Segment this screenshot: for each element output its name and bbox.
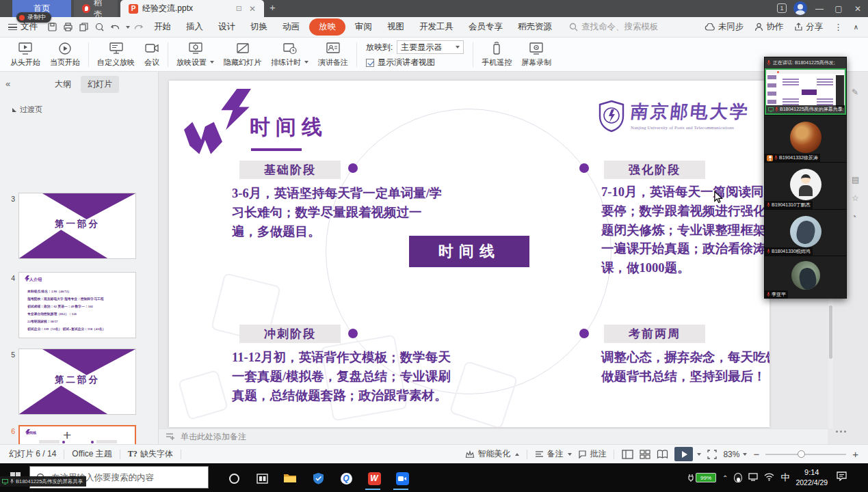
menu-item-home[interactable]: 开始 bbox=[146, 18, 179, 36]
play-options-caret[interactable] bbox=[697, 453, 701, 456]
tab-docer[interactable]: 稻壳 bbox=[74, 0, 118, 17]
timeline-center-box[interactable]: 时间线 bbox=[409, 236, 529, 267]
new-tab-button[interactable]: + bbox=[269, 1, 276, 13]
menu-item-review[interactable]: 审阅 bbox=[347, 18, 380, 36]
menu-item-design[interactable]: 设计 bbox=[211, 18, 243, 36]
close-button[interactable]: ✕ bbox=[849, 0, 867, 17]
participant-tile[interactable]: B19041332徐景涛 bbox=[765, 115, 846, 162]
slide-canvas[interactable]: 时间线 南京邮电大学 Nanjing University of Posts a… bbox=[169, 81, 770, 427]
meeting-app-icon[interactable] bbox=[394, 470, 410, 487]
qq-tray-icon[interactable] bbox=[734, 473, 742, 482]
play-from-current-button[interactable]: 当页开始 bbox=[45, 39, 85, 70]
participant-tile[interactable]: B18041330税炜鸿 bbox=[765, 209, 846, 256]
stage-body-basic[interactable]: 3-6月，英语坚持每天背一定单词量/学习长难句；数学尽量跟着视频过一遍，多做题目… bbox=[232, 184, 445, 241]
show-settings-button[interactable]: 放映设置 bbox=[172, 39, 219, 70]
stage-body-final[interactable]: 调整心态，摒弃杂念，每天吃饭睡觉做题背书总结，坚持到最后！ bbox=[601, 348, 770, 387]
minimize-button[interactable]: — bbox=[811, 0, 828, 17]
zoom-slider-knob[interactable] bbox=[798, 450, 805, 458]
tab-slides[interactable]: 幻灯片 bbox=[81, 76, 119, 93]
material-pane-icon[interactable]: ☆ bbox=[852, 193, 859, 203]
slide-thumbnail-5[interactable]: 第二部分 bbox=[18, 348, 136, 415]
undo-icon[interactable] bbox=[110, 23, 121, 32]
browser-icon[interactable]: Q bbox=[338, 470, 354, 487]
zoom-in-button[interactable]: + bbox=[852, 448, 858, 460]
reading-view-button[interactable] bbox=[657, 450, 668, 459]
menu-item-devtools[interactable]: 开发工具 bbox=[412, 18, 461, 36]
stage-header-sprint[interactable]: 冲刺阶段 bbox=[239, 325, 341, 343]
menu-item-slideshow[interactable]: 放映 bbox=[309, 18, 345, 36]
close-tab-icon[interactable]: ✕ bbox=[249, 4, 256, 14]
zoom-level[interactable]: 83% bbox=[723, 450, 747, 459]
menu-item-member[interactable]: 会员专享 bbox=[461, 18, 510, 36]
share-status-overlay[interactable]: B18041225高伟发的屏幕共享 bbox=[0, 476, 86, 487]
task-view-icon[interactable] bbox=[254, 470, 270, 487]
stage-header-basic[interactable]: 基础阶段 bbox=[239, 161, 341, 179]
comments-button[interactable]: 批注 bbox=[578, 448, 606, 460]
slide-thumbnail-3[interactable]: 第一部分 bbox=[18, 193, 136, 259]
stage-header-final[interactable]: 考前两周 bbox=[604, 325, 705, 343]
add-slide-button[interactable]: + bbox=[63, 427, 71, 443]
tab-document[interactable]: P 经验交流.pptx ⊡ ✕ bbox=[120, 0, 264, 17]
section-transition-pages[interactable]: 过渡页 bbox=[12, 105, 42, 115]
account-avatar[interactable] bbox=[793, 1, 807, 15]
notes-bar[interactable]: 单击此处添加备注 bbox=[159, 428, 828, 444]
edit-pane-icon[interactable]: ✎ bbox=[852, 87, 858, 97]
recording-badge[interactable]: 录制中 bbox=[16, 12, 51, 23]
tray-expand-icon[interactable]: ⌃ bbox=[722, 474, 728, 482]
notes-toggle-button[interactable]: 备注 bbox=[535, 448, 572, 460]
screen-record-button[interactable]: 屏幕录制 bbox=[516, 39, 556, 70]
more-menu[interactable]: ⋮ bbox=[834, 22, 843, 32]
stage-body-sprint[interactable]: 11-12月初，英语背作文模板；数学每天一套真题/模拟卷，复盘总结；专业课刷真题… bbox=[232, 348, 459, 405]
screen-share-tile[interactable]: B18041225高伟发的屏幕共享 bbox=[765, 68, 846, 115]
battery-status[interactable]: 99% bbox=[687, 473, 716, 482]
copy-icon[interactable] bbox=[79, 22, 89, 32]
slide-thumbnail-4[interactable]: 个人介绍 本科绩点/排名：2.96（40/72） 报考院校：南京邮电大学 报考专… bbox=[18, 272, 136, 338]
meeting-button[interactable]: 会议 bbox=[140, 39, 164, 70]
collapse-panel-button[interactable]: « bbox=[5, 79, 10, 89]
ime-indicator[interactable]: 中 bbox=[780, 472, 789, 484]
speaker-notes-button[interactable]: 演讲备注 bbox=[313, 39, 353, 70]
window-count-badge[interactable]: 1 bbox=[777, 3, 787, 13]
tab-outline[interactable]: 大纲 bbox=[48, 76, 78, 93]
start-slideshow-button[interactable] bbox=[674, 447, 701, 461]
sync-status[interactable]: 未同步 bbox=[705, 21, 744, 33]
collaborate-button[interactable]: 协作 bbox=[754, 21, 783, 33]
missing-font-button[interactable]: 缺失字体 bbox=[140, 448, 173, 460]
phone-remote-button[interactable]: 手机遥控 bbox=[477, 39, 516, 70]
notification-center-icon[interactable] bbox=[837, 472, 847, 484]
presenter-view-checkbox[interactable]: 显示演讲者视图 bbox=[366, 57, 464, 68]
file-explorer-icon[interactable] bbox=[282, 470, 298, 487]
smart-beautify-button[interactable]: 智能美化 bbox=[465, 448, 519, 460]
help-pane-icon[interactable]: ▤ bbox=[852, 175, 859, 184]
normal-view-button[interactable] bbox=[622, 450, 633, 459]
collapse-ribbon-button[interactable]: ∧ bbox=[854, 23, 858, 31]
display-select[interactable]: 主要显示器 bbox=[397, 40, 464, 54]
menu-item-docer-resources[interactable]: 稻壳资源 bbox=[510, 18, 560, 36]
canvas-scrollbar[interactable] bbox=[828, 299, 833, 428]
scrollbar-thumb[interactable] bbox=[829, 305, 832, 359]
restore-button[interactable]: ▢ bbox=[830, 0, 847, 17]
cortana-icon[interactable] bbox=[226, 470, 242, 487]
undo-dropdown-caret[interactable] bbox=[126, 26, 130, 29]
monitor-tray-icon[interactable] bbox=[748, 472, 758, 484]
menu-item-transition[interactable]: 切换 bbox=[243, 18, 275, 36]
preview-icon[interactable] bbox=[94, 22, 105, 32]
theme-name[interactable]: Office 主题 bbox=[72, 448, 111, 460]
slide-sorter-view-button[interactable] bbox=[640, 450, 650, 459]
hide-slide-button[interactable]: 隐藏幻灯片 bbox=[219, 39, 266, 70]
zoom-slider[interactable] bbox=[765, 454, 846, 455]
custom-show-button[interactable]: 自定义放映 bbox=[92, 39, 140, 70]
menu-item-view[interactable]: 视图 bbox=[380, 18, 412, 36]
wps-icon[interactable]: W bbox=[366, 470, 382, 487]
share-button[interactable]: 分享 bbox=[794, 21, 823, 33]
read-aloud-pane-icon[interactable]: ◔ bbox=[852, 212, 856, 221]
command-search[interactable]: 查找命令、搜索模板 bbox=[569, 21, 659, 33]
save-icon[interactable] bbox=[47, 22, 57, 32]
play-from-start-button[interactable]: 从头开始 bbox=[5, 39, 45, 70]
zoom-out-button[interactable]: − bbox=[753, 448, 759, 460]
participant-tile[interactable]: B19041310丁鹏杰 bbox=[765, 162, 846, 209]
fit-slide-button[interactable] bbox=[707, 450, 717, 459]
redo-icon[interactable] bbox=[133, 23, 144, 32]
rehearse-timing-button[interactable]: 排练计时 bbox=[266, 39, 313, 70]
menu-item-animation[interactable]: 动画 bbox=[275, 18, 307, 36]
